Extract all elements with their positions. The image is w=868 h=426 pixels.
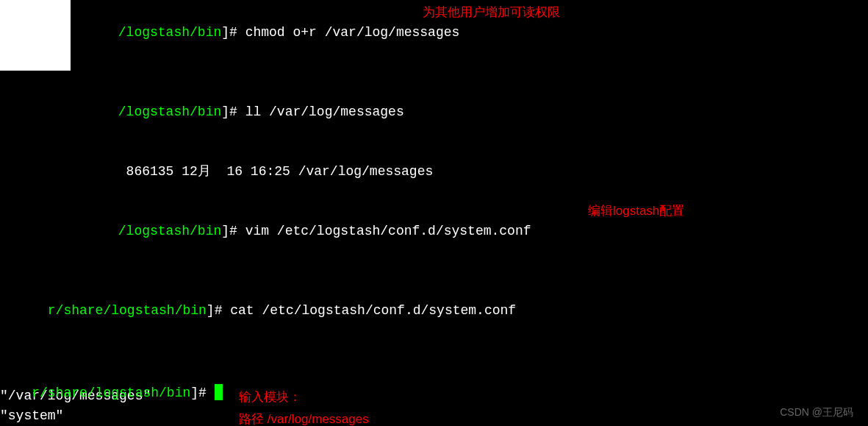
prompt-path: r/share/logstash/bin: [32, 386, 190, 400]
command-line-2: /logstash/bin]# ll /var/log/messages: [0, 82, 868, 142]
prompt-end: ]#: [207, 303, 230, 318]
command-line-1: /logstash/bin]# chmod o+r /var/log/messa…: [0, 3, 868, 82]
annotation-input-path: 路径 /var/log/messages: [239, 410, 369, 426]
prompt-path: r/share/logstash/bin: [48, 303, 207, 318]
command-line-3: /logstash/bin]# vim /etc/logstash/conf.d…: [0, 202, 868, 281]
command-text: ll /var/log/messages: [245, 104, 404, 119]
output-text: 866135 12月 16 16:25 /var/log/messages: [48, 164, 433, 179]
command-text: vim /etc/logstash/conf.d/system.conf: [245, 224, 531, 238]
prompt-end: ]#: [221, 104, 245, 119]
annotation-chmod: 为其他用户增加可读权限: [423, 3, 560, 22]
annotation-vim: 编辑logstash配置: [588, 202, 684, 221]
top-command-block: /logstash/bin]# chmod o+r /var/log/messa…: [0, 0, 868, 341]
terminal-window[interactable]: /logstash/bin]# chmod o+r /var/log/messa…: [0, 0, 868, 426]
annotation-input-title: 输入模块：: [239, 388, 301, 407]
prompt-path: /logstash/bin: [48, 25, 221, 40]
cursor-icon: [215, 384, 223, 400]
prompt-end: ]#: [190, 386, 214, 400]
prompt-path: /logstash/bin: [48, 104, 221, 119]
ll-output: 866135 12月 16 16:25 /var/log/messages: [0, 142, 868, 202]
command-text: chmod o+r /var/log/messages: [245, 25, 460, 40]
csdn-watermark: CSDN @王尼码: [780, 405, 853, 420]
command-line-4: r/share/logstash/bin]# cat /etc/logstash…: [0, 281, 868, 341]
prompt-end: ]#: [221, 224, 245, 238]
command-text: cat /etc/logstash/conf.d/system.conf: [230, 303, 516, 318]
prompt-path: /logstash/bin: [48, 224, 221, 238]
prompt-end: ]#: [221, 25, 245, 40]
bottom-prompt-line[interactable]: r/share/logstash/bin]#: [0, 363, 223, 423]
